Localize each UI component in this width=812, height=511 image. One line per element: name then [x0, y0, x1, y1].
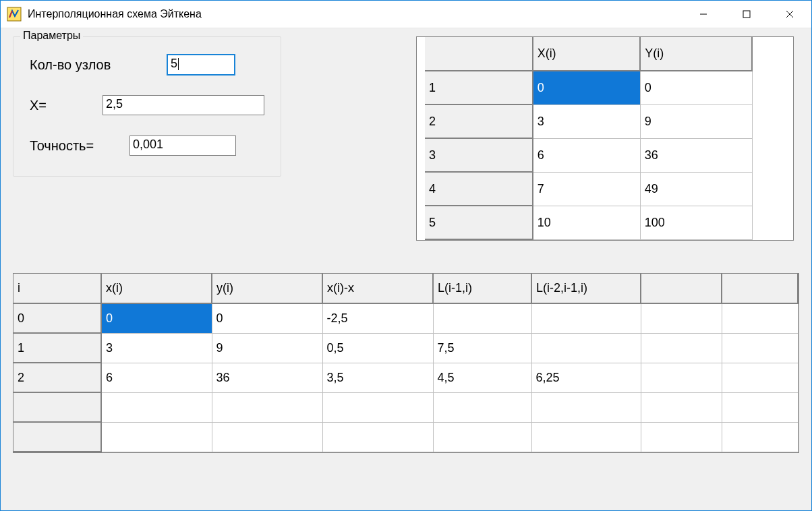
app-window: Интерполяционная схема Эйткена Параметры — [0, 0, 812, 511]
nodes-label: Кол-во узлов — [30, 57, 159, 73]
cell-xi[interactable]: 3 — [533, 115, 640, 129]
row-index: 2 — [425, 115, 532, 129]
precision-value: 0,001 — [133, 138, 163, 151]
cell[interactable]: -2,5 — [323, 311, 433, 326]
table-row[interactable] — [13, 392, 798, 422]
table-row[interactable]: 2 6 36 3,5 4,5 6,25 — [13, 363, 798, 392]
nodes-grid[interactable]: X(i) Y(i) 1 0 0 2 3 9 3 6 — [416, 36, 794, 241]
nodes-input[interactable]: 5 — [167, 55, 235, 75]
table-row[interactable]: 1 0 0 — [425, 71, 752, 104]
precision-input[interactable]: 0,001 — [129, 136, 236, 156]
cell[interactable]: 6 — [102, 371, 212, 385]
cell-xi[interactable]: 7 — [533, 182, 640, 196]
cell[interactable]: 0 — [102, 311, 212, 326]
x-input[interactable]: 2,5 — [103, 95, 264, 115]
cell[interactable]: 3,5 — [323, 371, 433, 385]
header-l1: L(i-1,i) — [434, 281, 531, 295]
title-bar: Интерполяционная схема Эйткена — [1, 1, 811, 28]
cell-yi[interactable]: 9 — [641, 115, 752, 129]
cell-xi[interactable]: 10 — [533, 216, 640, 230]
cell[interactable]: 6,25 — [532, 371, 641, 385]
cell[interactable]: 0,5 — [323, 341, 433, 355]
client-area: Параметры Кол-во узлов 5 X= 2,5 Точность… — [1, 28, 811, 510]
row-index: 5 — [425, 216, 532, 230]
nodes-value: 5 — [171, 57, 177, 70]
header-yi: y(i) — [212, 281, 322, 295]
cell: 2 — [13, 371, 100, 385]
cell-xi[interactable]: 0 — [533, 81, 640, 95]
cell[interactable]: 0 — [212, 311, 322, 326]
header-xi: X(i) — [533, 47, 640, 61]
row-index: 3 — [425, 148, 532, 162]
header-yi: Y(i) — [641, 47, 751, 61]
cell-yi[interactable]: 0 — [641, 81, 752, 95]
cell-yi[interactable]: 36 — [641, 148, 752, 162]
header-l2: L(i-2,i-1,i) — [532, 281, 640, 295]
header-xi-minus-x: x(i)-x — [323, 281, 432, 295]
svg-rect-2 — [743, 11, 750, 18]
table-row[interactable] — [13, 422, 798, 452]
precision-label: Точность= — [30, 138, 121, 154]
cell: 0 — [13, 311, 100, 326]
table-header-row: i x(i) y(i) x(i)-x L(i-1,i) L(i-2,i-1,i) — [13, 274, 798, 303]
row-index: 4 — [425, 182, 532, 196]
cell[interactable]: 4,5 — [434, 371, 531, 385]
table-header-row: X(i) Y(i) — [425, 37, 752, 71]
text-caret — [178, 58, 179, 70]
cell[interactable]: 3 — [102, 341, 212, 355]
table-row[interactable]: 0 0 0 -2,5 — [13, 303, 798, 333]
cell: 1 — [13, 341, 100, 355]
x-value: 2,5 — [106, 97, 123, 111]
cell[interactable]: 9 — [212, 341, 322, 355]
table-row[interactable]: 2 3 9 — [425, 104, 752, 138]
table-row[interactable]: 4 7 49 — [425, 172, 752, 206]
computation-grid[interactable]: i x(i) y(i) x(i)-x L(i-1,i) L(i-2,i-1,i)… — [13, 273, 799, 453]
maximize-button[interactable] — [725, 1, 768, 28]
row-index: 1 — [425, 81, 532, 95]
params-legend: Параметры — [20, 30, 83, 42]
window-title: Интерполяционная схема Эйткена — [28, 8, 682, 20]
cell-yi[interactable]: 100 — [641, 216, 752, 230]
cell-yi[interactable]: 49 — [641, 182, 752, 196]
window-controls — [682, 1, 811, 28]
x-label: X= — [30, 98, 94, 113]
header-i: i — [13, 281, 100, 295]
close-button[interactable] — [768, 1, 811, 28]
app-icon — [6, 6, 22, 22]
table-row[interactable]: 1 3 9 0,5 7,5 — [13, 333, 798, 363]
table-row[interactable]: 5 10 100 — [425, 206, 752, 239]
header-xi: x(i) — [102, 281, 211, 295]
params-groupbox: Параметры Кол-во узлов 5 X= 2,5 Точность… — [13, 36, 281, 177]
cell[interactable]: 7,5 — [434, 341, 531, 355]
cell-xi[interactable]: 6 — [533, 148, 640, 162]
minimize-button[interactable] — [682, 1, 725, 28]
table-row[interactable]: 3 6 36 — [425, 138, 752, 172]
cell[interactable]: 36 — [212, 371, 322, 385]
